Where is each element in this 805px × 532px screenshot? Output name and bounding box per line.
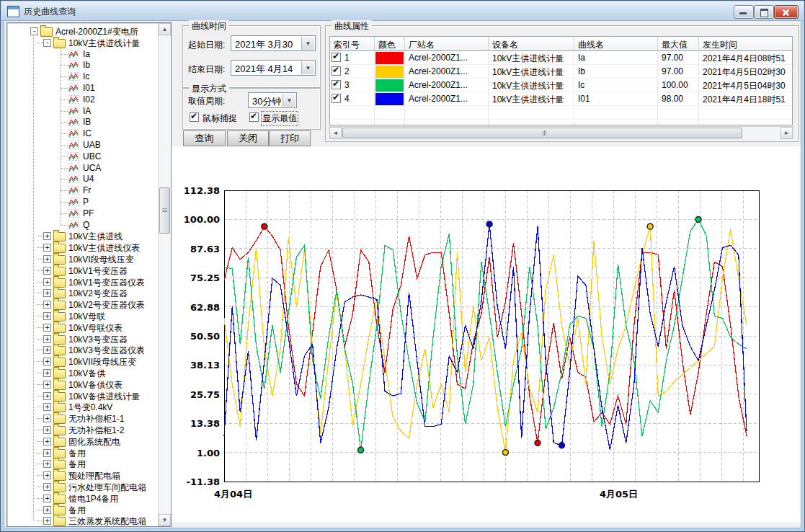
tree-expand-toggle[interactable]: + xyxy=(43,381,51,389)
tree-row[interactable]: UCA xyxy=(7,162,159,174)
tree-expand-toggle[interactable]: + xyxy=(43,324,51,332)
tree-item-label[interactable]: I01 xyxy=(83,83,95,93)
tree-row[interactable]: +备用 xyxy=(7,447,159,458)
table-header-3[interactable]: 设备名 xyxy=(489,37,574,51)
tree-row[interactable]: +10kV2号变压器 xyxy=(7,287,159,298)
tree-row[interactable]: Ib xyxy=(7,59,159,71)
tree-row[interactable]: Fr xyxy=(7,185,159,196)
minimize-button[interactable] xyxy=(734,5,754,19)
query-button[interactable]: 查询 xyxy=(183,130,226,146)
tree-expand-toggle[interactable]: + xyxy=(43,232,51,240)
table-hscrollbar-thumb[interactable] xyxy=(342,128,742,138)
tree-item-label[interactable]: UAB xyxy=(83,140,101,150)
tree-row[interactable]: +10kV备供仪表 xyxy=(7,378,159,390)
tree-item-label[interactable]: Fr xyxy=(83,185,91,195)
tree-item-label[interactable]: U4 xyxy=(83,174,94,184)
tree-scrollbar-thumb[interactable] xyxy=(159,187,170,234)
row-checkbox[interactable]: ✔ xyxy=(332,80,341,89)
close-window-button[interactable]: 关闭 xyxy=(227,130,269,146)
tree-row[interactable]: IB xyxy=(7,116,159,128)
tree-row[interactable]: UBC xyxy=(7,151,159,162)
tree-row[interactable]: +1号变0.4kV xyxy=(7,401,159,412)
tree-row[interactable]: +10kV备供进线计量 xyxy=(7,390,159,402)
tree-row[interactable]: +污水处理车间配电箱 xyxy=(7,481,159,492)
tree-row[interactable]: +无功补偿柜1-2 xyxy=(7,424,159,435)
period-dropdown-icon[interactable]: ▼ xyxy=(283,94,295,107)
tree-expand-toggle[interactable]: + xyxy=(43,312,51,320)
tree-expand-toggle[interactable]: + xyxy=(43,483,51,491)
tree-row[interactable]: U4 xyxy=(7,173,159,185)
tree-row[interactable]: PF xyxy=(7,208,159,219)
tree-row[interactable]: +10kV主供进线 xyxy=(7,230,159,241)
tree-expand-toggle[interactable]: + xyxy=(43,517,51,525)
scroll-up-icon[interactable]: ▲ xyxy=(159,23,171,35)
period-combo[interactable]: 30分钟 ▼ xyxy=(248,92,297,108)
tree-row[interactable]: +10kV3号变压器仪表 xyxy=(7,344,159,355)
tree-row[interactable]: IA xyxy=(7,105,159,117)
tree-row[interactable]: +10kV主供进线仪表 xyxy=(7,241,159,253)
maximize-button[interactable] xyxy=(754,5,774,19)
table-header-2[interactable]: 厂站名 xyxy=(405,37,489,51)
tree-row[interactable]: +10kVII段母线压变 xyxy=(7,355,159,367)
tree-row[interactable]: Q xyxy=(7,219,159,231)
end-date-combo[interactable]: 2021年 4月14 ▼ xyxy=(231,60,316,76)
print-button[interactable]: 打印 xyxy=(269,130,311,146)
tree-expand-toggle[interactable]: + xyxy=(43,358,51,365)
tree-expand-toggle[interactable]: + xyxy=(43,449,51,457)
history-curve-chart[interactable]: 112.38100.0087.6375.2562.8850.5038.1325.… xyxy=(172,146,801,523)
tree-item-label[interactable]: I02 xyxy=(83,94,95,105)
scroll-right-icon[interactable]: ► xyxy=(780,127,793,139)
tree-expand-toggle[interactable]: + xyxy=(43,335,51,343)
tree-row[interactable]: +10kVI段母线压变 xyxy=(7,253,159,265)
row-checkbox[interactable]: ✔ xyxy=(332,53,341,62)
tree-row[interactable]: I02 xyxy=(7,94,159,105)
table-header-0[interactable]: 索引号 xyxy=(330,37,375,51)
tree-row[interactable]: P xyxy=(7,196,159,208)
tree-row[interactable]: +备用 xyxy=(7,458,159,469)
tree-item-label[interactable]: Ib xyxy=(83,60,90,70)
scroll-down-icon[interactable]: ▼ xyxy=(159,514,171,526)
tree-row[interactable]: +10kV母联仪表 xyxy=(7,322,159,333)
tree-expand-toggle[interactable]: - xyxy=(30,27,38,35)
tree-row[interactable]: +固化系统配电 xyxy=(7,435,159,447)
tree-item-label[interactable]: UBC xyxy=(83,151,101,161)
device-tree[interactable]: -Acrel-2000Z1#变电所-10kV主供进线计量 Ia Ib Ic I0… xyxy=(7,23,159,526)
tree-row[interactable]: IC xyxy=(7,128,159,139)
tree-item-label[interactable]: IB xyxy=(83,117,91,127)
tree-expand-toggle[interactable]: + xyxy=(43,289,51,297)
tree-item-label[interactable]: 三效蒸发系统配电箱 xyxy=(68,515,146,526)
tree-item-label[interactable]: PF xyxy=(83,208,94,218)
tree-row[interactable]: Ia xyxy=(7,48,159,60)
tree-row[interactable]: I01 xyxy=(7,82,159,94)
table-header-5[interactable]: 最大值 xyxy=(658,37,699,51)
tree-item-label[interactable]: Q xyxy=(83,220,89,230)
table-header-6[interactable]: 发生时间 xyxy=(699,37,793,51)
tree-item-label[interactable]: Ia xyxy=(83,49,90,59)
tree-expand-toggle[interactable]: + xyxy=(43,267,51,275)
tree-item-label[interactable]: UCA xyxy=(83,163,101,173)
tree-row[interactable]: +三效蒸发系统配电箱 xyxy=(7,515,159,526)
tree-row[interactable]: +10kV1号变压器仪表 xyxy=(7,276,159,288)
tree-row[interactable]: +10kV3号变压器 xyxy=(7,333,159,345)
tree-expand-toggle[interactable]: + xyxy=(43,471,51,479)
tree-expand-toggle[interactable]: + xyxy=(43,278,51,286)
tree-expand-toggle[interactable]: + xyxy=(43,346,51,354)
tree-row[interactable]: +无功补偿柜1-1 xyxy=(7,412,159,424)
mouse-capture-checkbox[interactable]: ✔ xyxy=(190,112,199,122)
tree-item-label[interactable]: IA xyxy=(83,106,91,116)
tree-row[interactable]: +预处理配电箱 xyxy=(7,469,159,481)
tree-expand-toggle[interactable]: + xyxy=(43,403,51,411)
table-hscrollbar[interactable]: ◄ ► xyxy=(329,126,793,139)
tree-expand-toggle[interactable]: + xyxy=(43,506,51,514)
tree-row[interactable]: +10kV1号变压器 xyxy=(7,265,159,276)
tree-expand-toggle[interactable]: + xyxy=(43,301,51,309)
tree-item-label[interactable]: IC xyxy=(83,128,92,138)
row-checkbox[interactable]: ✔ xyxy=(332,94,341,103)
tree-row[interactable]: +备用 xyxy=(7,504,159,515)
start-date-dropdown-icon[interactable]: ▼ xyxy=(301,37,314,50)
show-extremes-checkbox[interactable]: ✔ xyxy=(249,112,259,122)
start-date-combo[interactable]: 2021年 3月30 ▼ xyxy=(231,35,316,51)
end-date-dropdown-icon[interactable]: ▼ xyxy=(301,61,314,74)
tree-row[interactable]: Ic xyxy=(7,71,159,82)
tree-row[interactable]: +馈电1P4备用 xyxy=(7,492,159,504)
